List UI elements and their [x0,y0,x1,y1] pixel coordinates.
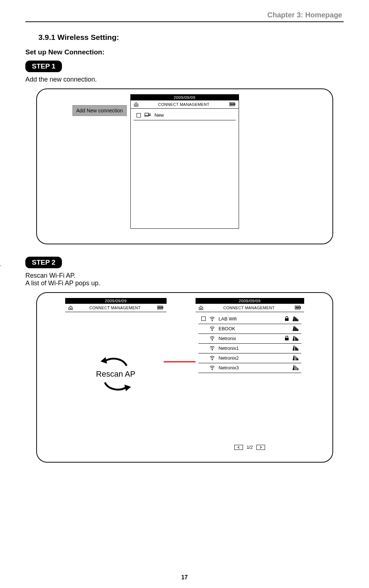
stray-tick: ` [0,265,2,270]
svg-rect-4 [234,103,235,105]
home-icon[interactable] [134,102,139,107]
screenshot-frame-1: Add New connection 2009/09/09 CONNECT MA… [36,88,333,244]
svg-rect-64 [295,367,296,370]
device-title-bar-r: CONNECT MANAGEMENT [196,304,304,312]
wifi-row[interactable]: EBOOK [198,324,301,334]
wifi-name: Netronix1 [219,345,281,351]
svg-rect-49 [294,346,295,351]
step-2-pill: STEP 2 [25,257,62,268]
wifi-name: Netronix2 [219,355,281,361]
device-body-2l: Rescan AP [65,312,167,443]
lock-icon [285,316,289,321]
pager: 1/2 [196,443,304,451]
svg-marker-15 [125,385,131,391]
svg-rect-40 [285,338,289,340]
signal-icon [293,345,298,351]
home-icon[interactable] [68,305,73,310]
svg-rect-45 [298,339,298,341]
page-number: 17 [0,574,369,581]
step-2-line1: Rescan Wi-Fi AP. [25,272,76,279]
signal-icon [293,365,298,370]
svg-rect-12 [160,307,162,309]
header-divider [25,21,344,22]
svg-rect-3 [232,103,234,105]
svg-rect-22 [300,307,301,309]
device-date-bar-r: 2009/09/09 [196,298,304,304]
step-1-text: Add the new connection. [25,76,344,83]
step-2-line2: A list of Wi-Fi AP pops up. [25,279,100,287]
svg-rect-5 [144,113,148,115]
wifi-icon [209,365,215,370]
wifi-icon [209,316,215,322]
svg-rect-13 [162,307,163,309]
svg-rect-36 [297,328,297,331]
svg-rect-57 [295,357,296,361]
pager-prev-button[interactable] [234,445,243,450]
device-title: CONNECT MANAGEMENT [204,306,295,310]
wifi-name: EBOOK [219,326,281,331]
svg-rect-42 [294,336,295,341]
refresh-arrow-top-icon [98,356,134,369]
wifi-icon [209,326,215,331]
svg-rect-19 [295,307,297,309]
device-body-2r: LAB WifiEBOOKNetronixNetronix1Netronix2N… [196,312,304,443]
wifi-row[interactable]: Netronix2 [198,353,301,363]
rescan-label: Rescan AP [96,369,135,379]
svg-rect-51 [297,348,297,351]
wifi-icon [209,335,215,341]
battery-icon [157,306,164,310]
svg-marker-55 [293,355,294,360]
device-screen-1: 2009/09/09 CONNECT MANAGEMENT New [130,94,239,229]
checkbox-icon[interactable] [201,316,206,321]
svg-rect-59 [298,359,298,361]
battery-icon [229,102,236,107]
svg-marker-48 [293,345,294,351]
wifi-row[interactable]: LAB Wifi [198,314,301,324]
svg-rect-21 [298,307,299,309]
svg-rect-56 [294,356,295,360]
add-connection-tooltip: Add New connection [72,105,127,116]
signal-icon [293,336,298,341]
signal-icon [293,316,298,321]
device-date-bar-l: 2009/09/09 [65,298,167,304]
svg-rect-28 [295,318,296,322]
device-date-bar: 2009/09/09 [131,95,239,100]
screenshot-frame-2: 2009/09/09 CONNECT MANAGEMENT Rescan AP [36,292,333,463]
svg-rect-66 [298,369,298,370]
chapter-header: Chapter 3: Homepage [25,11,344,21]
svg-rect-20 [297,307,298,309]
svg-rect-65 [297,368,297,370]
home-icon[interactable] [198,305,204,310]
svg-rect-50 [295,347,296,351]
svg-rect-43 [295,338,296,341]
pager-next-button[interactable] [256,445,265,450]
svg-rect-8 [148,115,151,116]
device-title: CONNECT MANAGEMENT [139,102,229,107]
checkbox-icon[interactable] [137,113,141,117]
section-heading: 3.9.1 Wireless Setting: [38,33,344,42]
wifi-row[interactable]: Netronix1 [198,344,301,353]
wifi-row[interactable]: Netronix [198,334,301,344]
svg-rect-34 [294,327,295,331]
wifi-name: Netronix [219,336,281,341]
svg-rect-63 [294,366,295,370]
svg-rect-44 [297,338,297,341]
lock-icon [285,336,289,341]
device-title-bar-l: CONNECT MANAGEMENT [65,304,167,312]
svg-rect-2 [231,103,232,105]
subheading-setup: Set up New Connection: [25,48,344,56]
svg-rect-7 [149,113,150,115]
svg-rect-30 [298,320,298,322]
svg-rect-10 [158,307,159,309]
signal-icon [293,355,298,360]
step-2-text: Rescan Wi-Fi AP. A list of Wi-Fi AP pops… [25,272,344,287]
wifi-name: LAB Wifi [219,316,281,322]
svg-rect-29 [297,319,297,321]
device-title: CONNECT MANAGEMENT [73,306,157,310]
svg-rect-25 [285,318,289,321]
wifi-row[interactable]: Netronix3 [198,363,301,373]
svg-rect-6 [144,116,149,116]
connection-row-new[interactable]: New [134,111,236,120]
wifi-icon [209,355,215,361]
svg-rect-1 [230,103,231,105]
